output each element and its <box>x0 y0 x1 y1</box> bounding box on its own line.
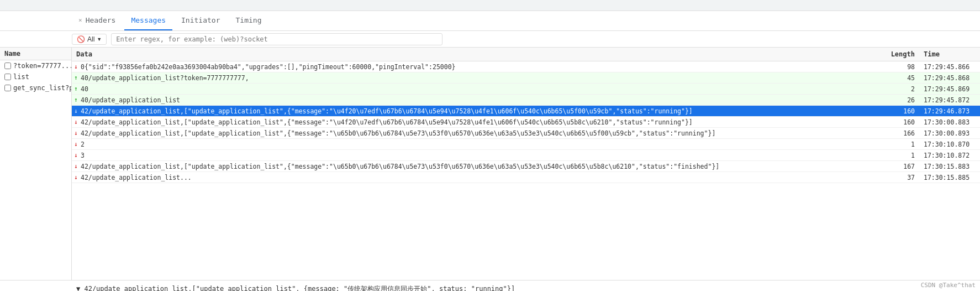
sidebar-item-list-label: list <box>13 73 29 81</box>
tab-close-headers[interactable]: × <box>78 17 82 24</box>
message-time-cell: 17:30:15.885 <box>919 173 980 183</box>
message-length-cell: 1 <box>875 150 919 160</box>
message-length-cell: 160 <box>875 106 919 116</box>
incoming-arrow-icon: ↓ <box>72 174 78 181</box>
table-row[interactable]: ↑40/update_application_list2617:29:45.87… <box>72 95 980 106</box>
incoming-arrow-icon: ↓ <box>72 63 78 70</box>
message-data-cell: 2 <box>78 139 875 149</box>
message-data-cell: 40/update_application_list?token=7777777… <box>78 73 875 83</box>
sidebar-item-get-sync-label: get_sync_list?p... <box>13 84 71 92</box>
filter-dropdown-icon: ▼ <box>97 37 102 42</box>
tab-headers-label: Headers <box>86 16 116 24</box>
table-row[interactable]: ↓42/update_application_list,["update_app… <box>72 161 980 172</box>
message-time-cell: 17:30:15.883 <box>919 162 980 172</box>
message-length-cell: 26 <box>875 95 919 105</box>
watermark: CSDN @Take^that <box>921 282 976 289</box>
table-row[interactable]: ↓42/update_application_list,["update_app… <box>72 106 980 117</box>
incoming-arrow-icon: ↓ <box>72 163 78 170</box>
messages-list: ↓0{"sid":"f93856efa0b242e0aa3693004ab90b… <box>72 61 980 280</box>
message-length-cell: 167 <box>875 162 919 172</box>
message-time-cell: 17:29:45.866 <box>919 62 980 72</box>
table-row[interactable]: ↓0{"sid":"f93856efa0b242e0aa3693004ab90b… <box>72 61 980 72</box>
incoming-arrow-icon: ↓ <box>72 107 78 115</box>
sidebar-item-list[interactable]: list <box>0 71 71 82</box>
message-time-cell: 17:30:00.893 <box>919 128 980 138</box>
filter-input[interactable] <box>111 33 442 45</box>
message-data-cell: 3 <box>78 150 875 160</box>
sidebar-checkbox-token[interactable] <box>4 63 11 69</box>
message-time-cell: 17:30:00.883 <box>919 117 980 127</box>
filter-all-label: All <box>87 35 94 43</box>
col-header-length: Length <box>875 49 919 59</box>
messages-table-header: Data Length Time <box>72 48 980 61</box>
preview-panel: ▼ 42/update_application_list,["update_ap… <box>0 280 980 291</box>
tab-messages[interactable]: Messages <box>124 11 172 30</box>
outgoing-arrow-icon: ↑ <box>72 96 78 103</box>
message-data-cell: 40 <box>78 84 875 94</box>
sidebar-item-token[interactable]: ?token=77777... <box>0 60 71 71</box>
message-time-cell: 17:30:10.870 <box>919 139 980 149</box>
message-length-cell: 166 <box>875 128 919 138</box>
message-length-cell: 2 <box>875 84 919 94</box>
tabs-row: × Headers Messages Initiator Timing <box>0 11 980 31</box>
table-row[interactable]: ↓42/update_application_list...3717:30:15… <box>72 172 980 183</box>
message-data-cell: 42/update_application_list,["update_appl… <box>78 117 875 127</box>
message-data-cell: 42/update_application_list,["update_appl… <box>78 106 875 116</box>
col-header-time: Time <box>919 49 980 59</box>
sidebar: Name ?token=77777... list get_sync_list?… <box>0 48 72 280</box>
incoming-arrow-icon: ↓ <box>72 118 78 126</box>
tab-timing-label: Timing <box>236 16 262 24</box>
filter-row: 🚫 All ▼ <box>0 31 980 48</box>
table-row[interactable]: ↓3117:30:10.872 <box>72 150 980 161</box>
message-length-cell: 160 <box>875 117 919 127</box>
tab-messages-label: Messages <box>131 16 166 24</box>
table-row[interactable]: ↓42/update_application_list,["update_app… <box>72 117 980 128</box>
sidebar-checkbox-get-sync[interactable] <box>4 85 11 91</box>
message-time-cell: 17:29:45.868 <box>919 73 980 83</box>
filter-all-button[interactable]: 🚫 All ▼ <box>72 34 107 45</box>
incoming-arrow-icon: ↓ <box>72 129 78 137</box>
tab-initiator-label: Initiator <box>181 16 220 24</box>
incoming-arrow-icon: ↓ <box>72 141 78 148</box>
message-time-cell: 17:29:45.869 <box>919 84 980 94</box>
table-row[interactable]: ↓42/update_application_list,["update_app… <box>72 128 980 139</box>
message-time-cell: 17:29:46.873 <box>919 106 980 116</box>
tab-headers[interactable]: × Headers <box>72 11 122 30</box>
sidebar-item-get-sync[interactable]: get_sync_list?p... <box>0 82 71 93</box>
sidebar-checkbox-list[interactable] <box>4 74 11 80</box>
message-data-cell: 42/update_application_list,["update_appl… <box>78 162 875 172</box>
table-row[interactable]: ↑40/update_application_list?token=777777… <box>72 72 980 84</box>
message-data-cell: 42/update_application_list... <box>78 173 875 183</box>
sidebar-header: Name <box>0 48 71 60</box>
sidebar-item-token-label: ?token=77777... <box>13 62 71 70</box>
outgoing-arrow-icon: ↑ <box>72 74 78 81</box>
message-length-cell: 37 <box>875 173 919 183</box>
main-content: Name ?token=77777... list get_sync_list?… <box>0 48 980 280</box>
message-length-cell: 98 <box>875 62 919 72</box>
message-data-cell: 0{"sid":"f93856efa0b242e0aa3693004ab90ba… <box>78 62 875 72</box>
incoming-arrow-icon: ↓ <box>72 152 78 159</box>
tab-timing[interactable]: Timing <box>229 11 268 30</box>
message-time-cell: 17:29:45.872 <box>919 95 980 105</box>
messages-panel: Data Length Time ↓0{"sid":"f93856efa0b24… <box>72 48 980 280</box>
table-row[interactable]: ↓2117:30:10.870 <box>72 139 980 150</box>
outgoing-arrow-icon: ↑ <box>72 85 78 92</box>
filter-blocked-icon: 🚫 <box>77 35 85 43</box>
col-header-data: Data <box>72 49 875 59</box>
table-row[interactable]: ↑40217:29:45.869 <box>72 84 980 95</box>
message-length-cell: 45 <box>875 73 919 83</box>
top-bar <box>0 0 980 11</box>
message-data-cell: 42/update_application_list,["update_appl… <box>78 128 875 138</box>
preview-title-line[interactable]: ▼ 42/update_application_list,["update_ap… <box>76 284 976 291</box>
message-length-cell: 1 <box>875 139 919 149</box>
message-time-cell: 17:30:10.872 <box>919 150 980 160</box>
tab-initiator[interactable]: Initiator <box>175 11 226 30</box>
message-data-cell: 40/update_application_list <box>78 95 875 105</box>
